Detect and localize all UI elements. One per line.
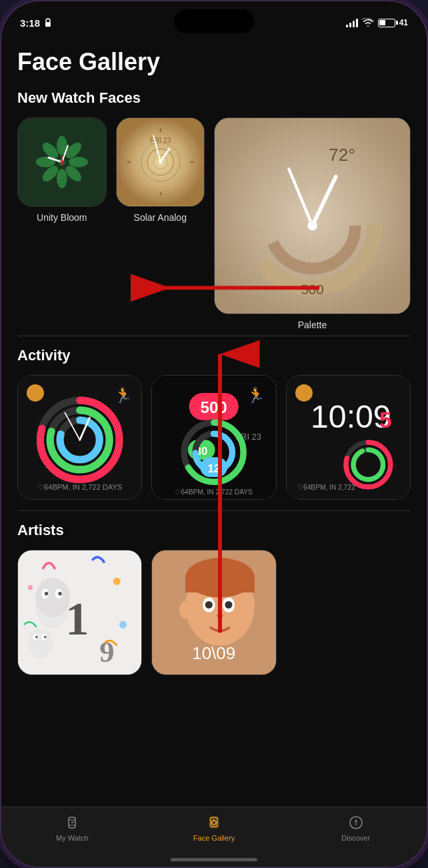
solar-analog-label: Solar Analog [134,212,187,223]
watch-face-item-activity-3[interactable]: 10:09 5 ♡64BPM, IN 2,722 [286,375,411,500]
battery-indicator [378,19,395,27]
signal-bar-3 [353,21,355,27]
svg-point-35 [307,221,317,231]
watch-face-card-activity-3[interactable]: 10:09 5 ♡64BPM, IN 2,722 [286,375,411,500]
solar-analog-svg: FRI 23 [117,118,205,206]
svg-text:72°: 72° [329,145,355,165]
svg-text:500: 500 [301,282,323,297]
signal-bar-4 [356,19,358,27]
svg-text:♡64BPM, IN 2,722 DAYS: ♡64BPM, IN 2,722 DAYS [175,488,253,496]
new-watch-faces-title: New Watch Faces [17,89,411,107]
svg-point-81 [28,628,53,658]
artists-face-1: 1 9 [18,550,141,674]
svg-text:FRI 23: FRI 23 [149,136,171,144]
watch-face-item-activity-1[interactable]: 🏃 ♡64BPM, IN 2,722 D [17,375,142,500]
svg-text:500: 500 [201,398,227,416]
artists-2-svg: 10\09 [152,550,275,674]
svg-point-95 [205,601,213,608]
watch-face-card-activity-2[interactable]: 🏃 500 FRI 23 30 [151,375,276,500]
svg-point-105 [71,822,73,823]
svg-point-14 [61,161,63,163]
face-gallery-tab-icon [206,815,222,831]
watch-face-item-palette[interactable]: 72° 500 Palette [214,117,411,330]
discover-icon [347,814,365,831]
watch-face-item-artists-1[interactable]: 1 9 [17,550,142,675]
lock-icon [44,18,52,27]
watch-face-card-unity-bloom[interactable] [17,117,107,207]
discover-label: Discover [341,834,370,842]
svg-marker-112 [355,823,357,827]
svg-rect-0 [45,22,51,27]
svg-point-97 [225,601,233,608]
watch-face-item-solar-analog[interactable]: FRI 23 So [116,117,205,330]
palette-label: Palette [298,320,327,330]
signal-bars [346,18,358,27]
watch-face-card-activity-1[interactable]: 🏃 ♡64BPM, IN 2,722 D [17,375,142,500]
svg-point-79 [58,592,62,596]
svg-point-87 [28,585,33,590]
svg-point-88 [119,621,127,628]
tab-discover[interactable]: Discover [285,814,427,842]
watch-face-card-artists-1[interactable]: 1 9 [17,550,142,675]
svg-text:12: 12 [208,462,221,475]
svg-point-64 [295,384,313,402]
watch-face-card-palette[interactable]: 72° 500 [214,117,411,314]
svg-point-38 [27,384,44,402]
time-display: 3:18 [20,17,40,29]
dynamic-island [174,9,254,33]
artists-faces-grid: 1 9 [17,550,411,675]
svg-point-85 [44,636,47,638]
activity-3-svg: 10:09 5 ♡64BPM, IN 2,722 [287,376,410,499]
svg-marker-111 [355,819,357,823]
watch-face-card-artists-2[interactable]: 10\09 [151,550,276,675]
svg-text:🏃: 🏃 [247,386,265,404]
svg-point-4 [69,157,88,167]
main-content: Face Gallery New Watch Faces [1,35,427,807]
activity-face-3: 10:09 5 ♡64BPM, IN 2,722 [287,376,410,499]
watch-face-item-activity-2[interactable]: 🏃 500 FRI 23 30 [151,375,276,500]
svg-point-83 [35,636,38,638]
face-gallery-icon [205,814,223,831]
svg-point-6 [57,169,67,188]
my-watch-icon [63,814,81,831]
phone-frame: 3:18 [0,0,428,868]
svg-point-73 [113,578,121,585]
watch-face-card-solar-analog[interactable]: FRI 23 [116,117,205,207]
battery-body [378,19,395,27]
solar-analog-face: FRI 23 [117,118,205,206]
artists-face-2: 10\09 [152,550,275,674]
activity-2-svg: 🏃 500 FRI 23 30 [152,376,275,499]
wifi-icon [362,18,374,27]
artists-title: Artists [17,522,411,539]
activity-face-2: 🏃 500 FRI 23 30 [152,376,275,499]
svg-text:🏃: 🏃 [114,386,133,404]
status-left: 3:18 [20,17,52,29]
face-gallery-label: Face Gallery [193,834,235,842]
activity-faces-grid: 🏃 ♡64BPM, IN 2,722 D [17,375,411,500]
svg-point-75 [35,578,70,617]
svg-point-77 [45,592,49,596]
new-watch-faces-grid: Unity Bloom [17,117,411,330]
home-indicator [171,858,257,861]
signal-bar-2 [349,23,351,27]
artists-1-svg: 1 9 [18,550,141,674]
svg-point-28 [159,160,162,163]
activity-1-svg: 🏃 ♡64BPM, IN 2,722 D [18,376,141,499]
watch-face-item-artists-2[interactable]: 10\09 [151,550,276,675]
watch-face-item-unity-bloom[interactable]: Unity Bloom [17,117,107,330]
battery-fill [379,20,385,25]
svg-text:♡64BPM, IN 2,722 DAYS: ♡64BPM, IN 2,722 DAYS [37,483,122,491]
svg-text:♡64BPM, IN 2,722: ♡64BPM, IN 2,722 [297,484,355,491]
page-title: Face Gallery [17,48,411,76]
tab-face-gallery[interactable]: Face Gallery [143,814,285,842]
palette-svg: 72° 500 [215,118,410,314]
status-right: 41 [346,18,408,27]
activity-face-1: 🏃 ♡64BPM, IN 2,722 D [18,376,141,499]
tab-my-watch[interactable]: My Watch [1,814,143,842]
divider-1 [17,336,411,336]
divider-2 [17,510,411,511]
unity-bloom-face [18,118,106,206]
unity-bloom-svg [25,125,99,199]
battery-percentage: 41 [399,18,408,27]
palette-face: 72° 500 [215,118,410,314]
